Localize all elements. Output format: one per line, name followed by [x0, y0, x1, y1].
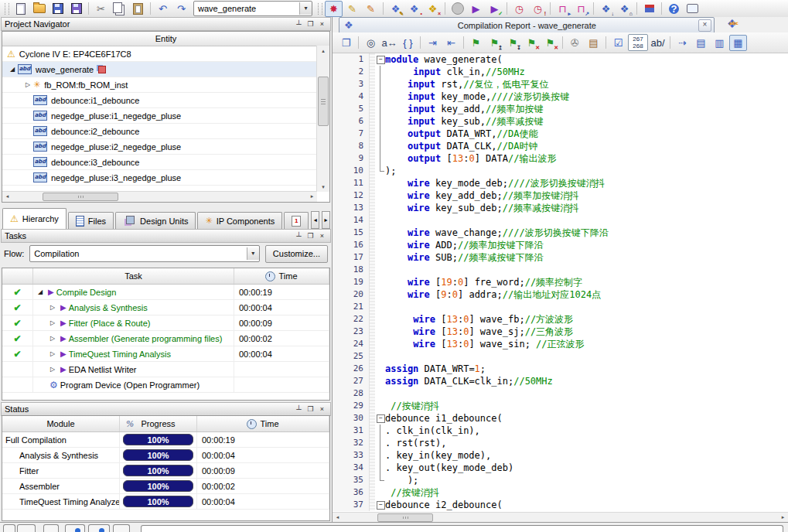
code-line[interactable]: 27assign DATA_CLK=clk_in;//50MHz — [333, 375, 788, 387]
clear-all-bookmarks-icon[interactable]: ⚑✕ — [541, 35, 559, 51]
help-icon[interactable]: ? — [665, 1, 683, 17]
messages-warning-button[interactable] — [88, 524, 110, 532]
tree-item[interactable]: abddebounce:i2_debounce — [2, 124, 329, 139]
code-line[interactable]: 3 input rst,//复位，低电平复位 — [333, 78, 788, 90]
tab-ip-components[interactable]: ✳IP Components — [197, 212, 282, 229]
toolbar-grip[interactable] — [5, 3, 9, 15]
expand-icon[interactable]: ▷ — [47, 335, 58, 342]
float-icon[interactable]: ❐ — [305, 231, 316, 240]
status-time-column-header[interactable]: Time — [197, 416, 329, 431]
code-line[interactable]: 15 wire wave_change;////波形切换按键下降沿 — [333, 227, 788, 239]
code-line[interactable]: 5 input key_add,//频率加按键 — [333, 103, 788, 115]
settings-icon[interactable]: ❖✎ — [387, 1, 404, 17]
task-row[interactable]: ▷▶EDA Netlist Writer — [2, 362, 329, 377]
messages-button[interactable] — [43, 524, 59, 532]
float-icon[interactable]: ❐ — [305, 19, 316, 29]
tab-hierarchy[interactable]: ⚠Hierarchy — [2, 208, 67, 229]
code-line[interactable]: 23 wire [13:0] wave_sj;//三角波形 — [333, 326, 788, 338]
code-line[interactable]: 16 wire ADD;//频率加按键下降沿 — [333, 239, 788, 251]
customize-button[interactable]: Customize... — [265, 245, 328, 263]
tree-item[interactable]: abdnegedge_pluse:i2_negedge_pluse — [2, 139, 329, 155]
save-icon[interactable] — [49, 1, 67, 17]
code-line[interactable]: 4 input key_mode,////波形切换按键 — [333, 90, 788, 103]
expand-icon[interactable]: ▷ — [47, 350, 58, 357]
expand-icon[interactable]: ▷ — [47, 366, 58, 373]
expand-icon[interactable]: ▷ — [22, 81, 33, 88]
scroll-right-icon[interactable]: ▸ — [307, 192, 317, 201]
flow-select[interactable]: Compilation ▾ — [29, 245, 260, 262]
close-tab-icon[interactable]: × — [698, 19, 711, 32]
close-icon[interactable]: × — [317, 231, 327, 240]
task-row[interactable]: ✔▷▶Assembler (Generate programming files… — [2, 331, 329, 346]
tree-item[interactable]: abddebounce:i3_debounce — [2, 155, 329, 170]
outdent-icon[interactable]: ⇤ — [442, 35, 460, 51]
code-line[interactable]: 17 wire SUB;//频率减按键下降沿 — [333, 251, 788, 264]
code-line[interactable]: 10); — [333, 165, 788, 177]
editor-horizontal-scrollbar[interactable]: ◂ ▸ — [333, 512, 788, 523]
pin-icon[interactable]: ┴ — [294, 231, 304, 240]
outline-view-icon[interactable]: ▤ — [692, 35, 710, 51]
entity-horizontal-scrollbar[interactable]: ◂ ▸ — [2, 191, 317, 202]
hdl-abc-icon[interactable]: ❖ abc — [727, 18, 744, 31]
detach-window-icon[interactable]: ❐ — [337, 35, 355, 51]
code-line[interactable]: 31. clk_in(clk_in), — [333, 425, 788, 437]
status-progress-column-header[interactable]: %Progress — [120, 416, 197, 431]
close-icon[interactable]: × — [317, 19, 327, 29]
timing-settings-icon[interactable]: ❖• — [405, 1, 423, 17]
scroll-down-icon[interactable]: ▾ — [317, 182, 329, 192]
insert-bookmark-icon[interactable]: ⚑ — [467, 35, 485, 51]
code-line[interactable]: 22 wire [13:0] wave_fb;//方波波形 — [333, 313, 788, 326]
code-line[interactable]: 11 wire key_mode_deb;////波形切换按键消抖 — [333, 177, 788, 189]
feedback-icon[interactable] — [684, 1, 701, 17]
technology-map-viewer-icon[interactable]: ❖⌂ — [616, 1, 633, 17]
open-file-icon[interactable] — [30, 1, 48, 17]
code-line[interactable]: 24 wire [13:0] wave_sin; //正弦波形 — [333, 338, 788, 350]
entity-column-header[interactable]: Entity — [2, 32, 329, 46]
tree-item[interactable]: abdnegedge_pluse:i1_negedge_pluse — [2, 108, 329, 124]
scroll-left-icon[interactable]: ◂ — [2, 192, 12, 201]
stop-processing-icon[interactable] — [449, 1, 466, 17]
find-icon[interactable]: ◎ — [362, 35, 380, 51]
tree-item[interactable]: abdnegedge_pluse:i3_negedge_pluse — [2, 170, 329, 186]
project-revision-select[interactable]: wave_generate ▾ — [193, 1, 312, 16]
messages-info-button[interactable] — [65, 524, 85, 532]
tasks-time-column-header[interactable]: Time — [234, 268, 329, 284]
rtl-simulation-icon[interactable]: ⊓↗ — [572, 1, 590, 17]
scroll-left-icon[interactable]: ◂ — [333, 513, 343, 522]
task-row[interactable]: ⚙Program Device (Open Programmer) — [2, 377, 329, 393]
tree-item[interactable]: abddebounce:i1_debounce — [2, 93, 329, 108]
entity-vertical-scrollbar[interactable]: ▴ ▾ — [316, 46, 329, 192]
fit-selection-icon[interactable]: ✸ — [325, 1, 343, 17]
analyze-file-icon[interactable]: ☑ — [609, 35, 627, 51]
tree-item[interactable]: ◢abdwave_generate — [2, 62, 329, 77]
code-line[interactable]: 9 output [13:0] DATA//输出波形 — [333, 152, 788, 165]
code-line[interactable]: 32. rst(rst), — [333, 437, 788, 449]
pin-icon[interactable]: ┴ — [294, 404, 304, 414]
code-line[interactable]: 19 wire [19:0] fre_word;//频率控制字 — [333, 276, 788, 288]
task-row[interactable]: ✔▷▶TimeQuest Timing Analysis00:00:04 — [2, 346, 329, 362]
cut-icon[interactable]: ✂ — [92, 1, 110, 17]
new-file-icon[interactable] — [12, 1, 29, 17]
code-line[interactable]: 35 ); — [333, 474, 788, 486]
macro-icon[interactable]: ▤ — [585, 35, 602, 51]
copy-icon[interactable] — [111, 1, 128, 17]
goto-next-icon[interactable]: ⇢ — [674, 35, 691, 51]
code-line[interactable]: 21 — [333, 301, 788, 313]
code-line[interactable]: 25 — [333, 350, 788, 363]
code-line[interactable]: 29 //按键消抖 — [333, 400, 788, 412]
code-line[interactable]: 8 output DATA_CLK,//DA时钟 — [333, 140, 788, 152]
pin-icon[interactable]: ┴ — [294, 19, 304, 29]
code-line[interactable]: 7 output DATA_WRT,//DA使能 — [333, 128, 788, 140]
timing-report-icon[interactable]: ◷! — [529, 1, 547, 17]
save-project-icon[interactable] — [67, 1, 85, 17]
paste-icon[interactable] — [129, 1, 147, 17]
collapse-icon[interactable]: ◢ — [35, 288, 46, 295]
advisor-icon[interactable]: ❖× — [424, 1, 442, 17]
toolbar-grip[interactable] — [318, 3, 322, 15]
tab-files[interactable]: Files — [68, 212, 114, 229]
previous-bookmark-icon[interactable]: ⚑↧ — [504, 35, 522, 51]
clear-bookmark-icon[interactable]: ⚑✕ — [523, 35, 541, 51]
status-module-column-header[interactable]: Module — [2, 416, 120, 431]
assignment-editor-icon[interactable]: ✎ — [343, 1, 361, 17]
close-icon[interactable]: × — [317, 404, 327, 414]
